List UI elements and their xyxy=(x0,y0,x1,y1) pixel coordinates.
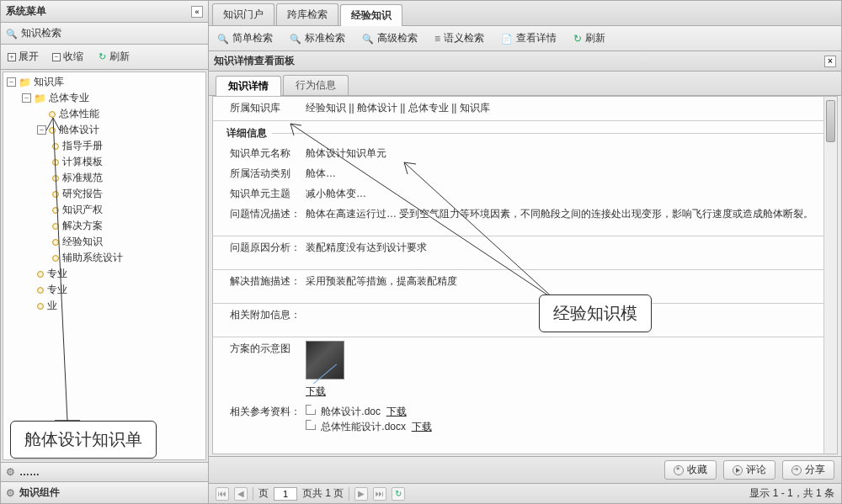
sidebar-toolbar: + 展开 − 收缩 刷新 xyxy=(1,45,208,70)
download-link[interactable]: 下载 xyxy=(306,385,326,397)
comment-icon xyxy=(733,465,743,475)
leaf-icon xyxy=(37,271,44,278)
star-icon xyxy=(674,465,684,475)
toggle-icon[interactable]: − xyxy=(37,125,46,135)
ref-item: 舱体设计.doc 下载 xyxy=(306,404,827,419)
plus-icon: + xyxy=(8,53,16,61)
tree-leaf-template[interactable]: 计算模板 xyxy=(3,154,205,170)
row-belong-repo: 所属知识库 经验知识 || 舱体设计 || 总体专业 || 知识库 xyxy=(213,97,837,121)
refresh-button[interactable]: 刷新 xyxy=(93,47,133,66)
leaf-icon xyxy=(37,303,44,310)
share-icon xyxy=(791,465,802,475)
sidebar-title: 系统菜单 xyxy=(6,4,46,19)
comment-button[interactable]: 评论 xyxy=(723,460,775,480)
subtab-detail[interactable]: 知识详情 xyxy=(216,76,281,96)
row-cause: 问题原因分析： 装配精度没有达到设计要求 xyxy=(213,236,837,270)
callout-left: 舱体设计知识单 xyxy=(10,421,157,459)
tree-leaf-ip[interactable]: 知识产权 xyxy=(3,202,205,218)
main-tabs: 知识门户 跨库检索 经验知识 xyxy=(209,1,841,26)
minus-icon: − xyxy=(52,53,61,61)
tree-node-perf[interactable]: 总体性能 xyxy=(3,106,205,122)
tree-node-spec4[interactable]: 业 xyxy=(3,298,205,314)
view-detail-button[interactable]: 查看详情 xyxy=(498,29,560,48)
semantic-search-button[interactable]: 语义检索 xyxy=(431,29,488,48)
leaf-icon xyxy=(52,223,59,230)
sidebar-stack-more[interactable]: …… xyxy=(1,462,208,481)
fav-button[interactable]: 收藏 xyxy=(664,460,717,480)
refresh-icon xyxy=(573,33,582,45)
tree-node-general[interactable]: − 📁 总体专业 xyxy=(3,90,205,106)
prev-page-button[interactable]: ◀ xyxy=(234,487,248,501)
tab-cross-search[interactable]: 跨库检索 xyxy=(276,3,338,25)
tree-node-spec3[interactable]: 专业 xyxy=(3,282,205,298)
search-icon xyxy=(362,33,374,45)
search-icon xyxy=(6,28,18,40)
leaf-icon xyxy=(52,159,59,166)
gear-icon xyxy=(6,487,15,499)
tree-leaf-solution[interactable]: 解决方案 xyxy=(3,218,205,234)
close-icon[interactable]: × xyxy=(824,56,836,67)
paging-refresh-button[interactable] xyxy=(392,487,405,501)
row-diagram: 方案的示意图 下载 xyxy=(213,337,837,401)
tree-node-hull[interactable]: − 舱体设计 xyxy=(3,122,205,138)
tree-leaf-experience[interactable]: 经验知识 xyxy=(3,234,205,250)
tree-leaf-report[interactable]: 研究报告 xyxy=(3,186,205,202)
detail-icon xyxy=(501,33,513,45)
sidebar-search-label: 知识检索 xyxy=(21,26,61,40)
scrollbar-thumb[interactable] xyxy=(826,100,835,142)
page-input[interactable] xyxy=(274,487,297,501)
tree-root[interactable]: − 📁 知识库 xyxy=(3,74,205,90)
folder-icon: 📁 xyxy=(19,77,31,88)
tree-leaf-guide[interactable]: 指导手册 xyxy=(3,138,205,154)
main-refresh-button[interactable]: 刷新 xyxy=(570,29,609,48)
sidebar-stack-components[interactable]: 知识组件 xyxy=(1,481,208,503)
row-extra: 相关附加信息： xyxy=(213,304,837,337)
expand-button[interactable]: + 展开 xyxy=(4,47,42,66)
tab-portal[interactable]: 知识门户 xyxy=(212,3,274,25)
search-icon xyxy=(290,33,301,45)
row-unit-name: 知识单元名称 舱体设计知识单元 xyxy=(213,142,837,162)
toggle-icon[interactable]: − xyxy=(22,93,31,103)
toggle-icon[interactable]: − xyxy=(7,77,16,87)
main: 知识门户 跨库检索 经验知识 简单检索 标准检索 高级检索 语义检索 查看详情 … xyxy=(209,0,842,504)
leaf-icon xyxy=(52,143,59,150)
download-link[interactable]: 下载 xyxy=(386,406,407,417)
refresh-icon xyxy=(97,52,107,62)
doc-icon xyxy=(306,420,316,430)
row-topic: 知识单元主题 减小舱体变… xyxy=(213,183,837,203)
folder-icon: 📁 xyxy=(34,93,46,104)
tree-leaf-standard[interactable]: 标准规范 xyxy=(3,170,205,186)
detail-section-title: 详细信息 xyxy=(213,121,837,142)
sidebar-search[interactable]: 知识检索 xyxy=(1,23,208,45)
scrollbar[interactable] xyxy=(823,97,837,454)
list-icon xyxy=(434,33,440,45)
diagram-thumbnail[interactable] xyxy=(306,341,344,379)
download-link[interactable]: 下载 xyxy=(412,421,432,432)
leaf-icon xyxy=(49,127,56,134)
sidebar-collapse-button[interactable]: « xyxy=(191,6,203,18)
row-refs: 相关参考资料： 舱体设计.doc 下载 总体性能设计.docx 下载 xyxy=(213,401,837,436)
next-page-button[interactable]: ▶ xyxy=(354,487,368,501)
row-solution: 解决措施描述： 采用预装配等措施，提高装配精度 xyxy=(213,270,837,304)
standard-search-button[interactable]: 标准检索 xyxy=(286,29,349,48)
first-page-button[interactable]: ⏮ xyxy=(216,487,229,501)
collapse-button[interactable]: − 收缩 xyxy=(49,47,87,66)
detail-panel-title: 知识详情查看面板 × xyxy=(209,51,841,72)
detail-body: 所属知识库 经验知识 || 舱体设计 || 总体专业 || 知识库 详细信息 知… xyxy=(212,96,838,454)
tree-node-spec2[interactable]: 专业 xyxy=(3,266,205,282)
detail-subtabs: 知识详情 行为信息 xyxy=(209,72,841,96)
leaf-icon xyxy=(37,287,44,294)
tree-leaf-assist[interactable]: 辅助系统设计 xyxy=(3,250,205,266)
row-problem-desc: 问题情况描述： 舱体在高速运行过… 受到空气阻力等环境因素，不同舱段之间的连接处… xyxy=(213,203,837,236)
tab-experience[interactable]: 经验知识 xyxy=(340,4,402,26)
leaf-icon xyxy=(52,239,59,246)
last-page-button[interactable]: ⏭ xyxy=(373,487,386,501)
leaf-icon xyxy=(52,175,59,182)
subtab-behavior[interactable]: 行为信息 xyxy=(283,75,349,95)
sidebar-header: 系统菜单 « xyxy=(1,1,208,23)
detail-footer: 收藏 评论 分享 xyxy=(209,456,841,483)
simple-search-button[interactable]: 简单检索 xyxy=(214,29,276,48)
share-button[interactable]: 分享 xyxy=(782,460,834,480)
advanced-search-button[interactable]: 高级检索 xyxy=(359,29,421,48)
ref-item: 总体性能设计.docx 下载 xyxy=(306,419,827,434)
